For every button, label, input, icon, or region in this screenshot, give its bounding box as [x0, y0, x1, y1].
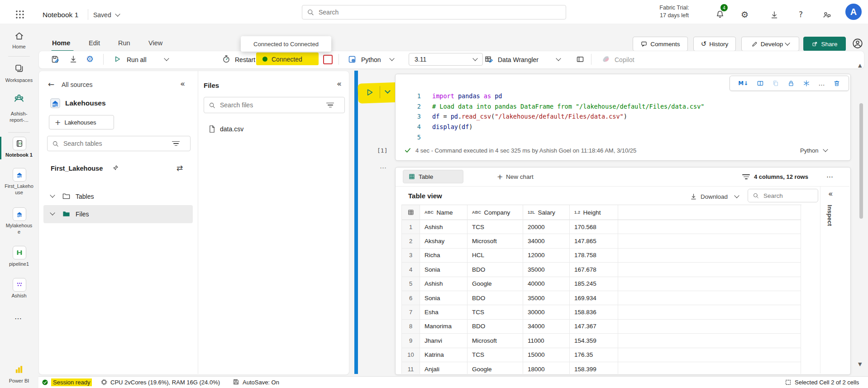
tab-view[interactable]: View — [148, 39, 162, 47]
filler-cell[interactable] — [618, 320, 801, 334]
column-header-height[interactable]: 1.2Height — [570, 205, 618, 220]
save-icon[interactable] — [51, 55, 60, 64]
table-cell[interactable]: 167.678 — [570, 263, 618, 277]
table-cell[interactable]: 185.245 — [570, 277, 618, 291]
code-line[interactable]: 1import pandas as pd — [395, 92, 848, 103]
freeze-cell-icon[interactable] — [803, 80, 810, 87]
filler-cell[interactable] — [618, 220, 801, 234]
table-row[interactable]: 6SoniaBDO35000169.934 — [402, 291, 801, 305]
table-cell[interactable]: 15000 — [523, 348, 570, 362]
row-number[interactable]: 11 — [402, 362, 420, 374]
table-cell[interactable]: Microsoft — [467, 334, 523, 348]
power-bi-icon[interactable] — [14, 364, 24, 374]
comments-button[interactable]: Comments — [633, 37, 688, 51]
table-cell[interactable]: 34000 — [523, 234, 570, 248]
table-row[interactable]: 11AnjaliGoogle18000158.399 — [402, 362, 801, 374]
column-header-company[interactable]: ABCCompany — [467, 205, 523, 220]
table-row[interactable]: 4SoniaBDO35000167.678 — [402, 263, 801, 277]
table-cell[interactable]: TCS — [467, 348, 523, 362]
table-row[interactable]: 9JhanviMicrosoft11000154.359 — [402, 334, 801, 348]
notebook-rail-icon-box[interactable] — [13, 137, 26, 150]
toolbar-gear-icon[interactable]: ⚙ — [86, 54, 94, 64]
table-cell[interactable]: 154.359 — [570, 334, 618, 348]
table-row[interactable]: 1AshishTCS20000170.568 — [402, 220, 801, 234]
table-cell[interactable]: 11000 — [523, 334, 570, 348]
table-row[interactable]: 8ManorimaBDO34000147.367 — [402, 320, 801, 334]
downloads-icon[interactable] — [770, 10, 779, 19]
collapse-explorer-icon[interactable]: « — [180, 79, 185, 88]
rail-more-icon[interactable]: … — [14, 312, 22, 321]
filler-cell[interactable] — [618, 291, 801, 305]
rail-item-first-lakehouse[interactable]: First_Lakeho use — [0, 183, 38, 196]
file-item-datacsv[interactable]: data.csv — [220, 125, 243, 133]
output-more-icon[interactable]: … — [826, 171, 834, 179]
develop-button[interactable]: Develop — [741, 37, 799, 51]
table-cell[interactable]: 176.35 — [570, 348, 618, 362]
table-cell[interactable]: BDO — [467, 320, 523, 334]
code-line[interactable]: 5 — [395, 134, 848, 144]
import-icon[interactable] — [69, 55, 78, 64]
table-cell[interactable]: 169.934 — [570, 291, 618, 305]
table-cell[interactable]: 12000 — [523, 249, 570, 263]
to-markdown-icon[interactable]: M↓ — [738, 80, 748, 86]
tab-home[interactable]: Home — [52, 39, 70, 47]
table-cell[interactable]: Akshay — [420, 234, 467, 248]
table-cell[interactable]: 158.836 — [570, 305, 618, 319]
column-header-name[interactable]: ABCName — [420, 205, 467, 220]
connected-label[interactable]: Connected — [272, 56, 302, 63]
code-line[interactable]: 3df = pd.read_csv("/lakehouse/default/Fi… — [395, 113, 848, 123]
table-cell[interactable]: 30000 — [523, 305, 570, 319]
table-cell[interactable]: 18000 — [523, 362, 570, 374]
table-cell[interactable]: TCS — [467, 220, 523, 234]
table-cell[interactable]: Sonia — [420, 291, 467, 305]
rail-item-notebook[interactable]: Notebook 1 — [0, 152, 38, 158]
rail-item-mylakehouse[interactable]: Mylakehous e — [0, 222, 38, 235]
table-cell[interactable]: 170.568 — [570, 220, 618, 234]
search-tables-input[interactable] — [62, 139, 168, 148]
run-all-label[interactable]: Run all — [127, 56, 147, 63]
table-tab[interactable]: Table — [403, 170, 463, 183]
feedback-icon[interactable] — [822, 10, 832, 19]
output-filter-icon[interactable] — [742, 174, 750, 179]
row-number[interactable]: 7 — [402, 305, 420, 319]
code-line[interactable]: 4display(df) — [395, 123, 848, 134]
autosave-status[interactable]: AutoSave: On — [243, 379, 279, 386]
table-cell[interactable]: BDO — [467, 291, 523, 305]
table-cell[interactable]: Jhanvi — [420, 334, 467, 348]
filler-cell[interactable] — [618, 234, 801, 248]
tree-item-files[interactable]: Files — [76, 211, 89, 218]
add-lakehouses-button[interactable]: + Lakehouses — [49, 115, 114, 129]
filter-icon[interactable] — [172, 141, 180, 146]
switch-lakehouse-icon[interactable]: ⇄ — [176, 163, 183, 172]
filler-cell[interactable] — [618, 263, 801, 277]
report-people-icon[interactable] — [14, 93, 24, 105]
table-search-box[interactable] — [748, 189, 818, 202]
row-number[interactable]: 3 — [402, 249, 420, 263]
table-search-input[interactable] — [763, 192, 807, 200]
rail-item-pipeline[interactable]: pipeline1 — [0, 261, 38, 267]
new-chart-add-icon[interactable]: + — [497, 172, 503, 181]
first-lakehouse-rail-icon-box[interactable] — [13, 168, 26, 182]
avatar[interactable]: A — [845, 4, 862, 20]
cancel-session-button[interactable] — [323, 55, 333, 64]
table-cell[interactable]: Sonia — [420, 263, 467, 277]
table-cell[interactable]: Microsoft — [467, 234, 523, 248]
data-wrangler-label[interactable]: Data Wrangler — [498, 56, 539, 63]
scroll-up-icon[interactable]: ▲ — [858, 62, 862, 68]
manage-access-icon[interactable] — [852, 38, 863, 49]
layout-panel-icon[interactable] — [576, 55, 585, 64]
scrollbar-thumb[interactable] — [859, 103, 863, 219]
copy-cell-icon[interactable] — [772, 80, 779, 87]
cell-toolbar-more-icon[interactable]: … — [819, 80, 825, 87]
back-arrow-icon[interactable]: ← — [48, 80, 54, 89]
data-table[interactable]: ABCNameABCCompany12LSalary1.2Height1Ashi… — [401, 205, 801, 374]
rail-item-ashish[interactable]: Ashish — [0, 292, 38, 299]
rail-item-home[interactable]: Home — [0, 43, 38, 50]
table-cell[interactable]: Manorima — [420, 320, 467, 334]
download-icon[interactable] — [690, 193, 697, 201]
download-label[interactable]: Download — [701, 193, 728, 200]
mylakehouse-rail-icon-box[interactable] — [13, 207, 26, 221]
tab-run[interactable]: Run — [118, 39, 130, 47]
filler-cell[interactable] — [618, 249, 801, 263]
model-rail-icon-box[interactable] — [13, 278, 26, 292]
